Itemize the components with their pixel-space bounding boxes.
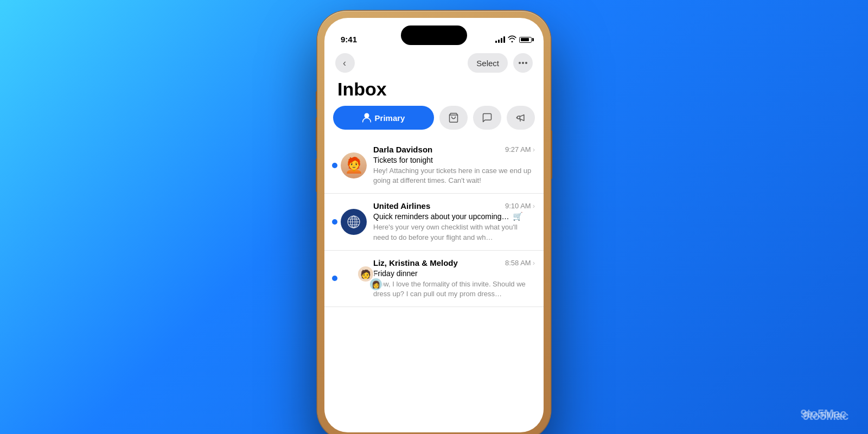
preview-2: Here's your very own checklist with what… (373, 222, 535, 242)
preview-1: Hey! Attaching your tickets here in case… (373, 166, 535, 186)
back-button[interactable]: ‹ (335, 53, 355, 73)
signal-icon (495, 36, 505, 43)
sender-2: United Airlines (373, 201, 430, 210)
svg-point-0 (364, 113, 369, 118)
select-label: Select (476, 59, 499, 68)
unread-dot-1 (332, 163, 337, 168)
more-icon (519, 62, 527, 64)
email-item-1[interactable]: 🧑‍🦰 Darla Davidson 9:27 AM › Tickets for… (324, 137, 544, 194)
tab-shopping[interactable] (439, 106, 468, 130)
unread-dot-2 (332, 219, 337, 225)
status-icons (495, 35, 532, 44)
sender-3: Liz, Kristina & Melody (373, 258, 458, 267)
phone-screen: 9:41 (324, 18, 544, 432)
chevron-3: › (533, 259, 535, 267)
tab-primary[interactable]: Primary (333, 106, 434, 130)
nav-bar: ‹ Select (324, 49, 544, 76)
email-list: 🧑‍🦰 Darla Davidson 9:27 AM › Tickets for… (324, 137, 544, 432)
tab-primary-label: Primary (375, 113, 405, 123)
preview-3: Wow, I love the formality of this invite… (373, 279, 535, 299)
chat-icon (482, 112, 493, 123)
email-item-3[interactable]: 🧑 👩 Liz, Kristina & Melody 8:58 AM › (324, 251, 544, 307)
back-chevron-icon: ‹ (343, 58, 346, 69)
watermark-text: 9to5Mac (802, 409, 848, 423)
time-1: 9:27 AM (505, 145, 531, 154)
category-tabs: Primary (333, 106, 535, 130)
avatar-darla: 🧑‍🦰 (341, 152, 367, 178)
dynamic-island (401, 25, 467, 45)
battery-icon (519, 37, 532, 43)
wifi-icon (508, 35, 516, 44)
cart-icon (448, 112, 459, 123)
email-content-3: Liz, Kristina & Melody 8:58 AM › Friday … (373, 258, 535, 299)
avatar-group: 🧑 👩 (341, 265, 367, 291)
time-3: 8:58 AM (505, 259, 531, 267)
chevron-1: › (533, 145, 535, 154)
more-button[interactable] (513, 53, 533, 73)
email-content-1: Darla Davidson 9:27 AM › Tickets for ton… (373, 145, 535, 186)
nav-right: Select (468, 53, 533, 73)
tab-chat[interactable] (473, 106, 501, 130)
person-icon (362, 113, 371, 123)
unread-dot-3 (332, 276, 337, 281)
subject-2: Quick reminders about your upcoming… (373, 212, 509, 221)
email-item-2[interactable]: United Airlines 9:10 AM › Quick reminder… (324, 194, 544, 250)
select-button[interactable]: Select (468, 53, 508, 73)
megaphone-icon (515, 112, 526, 123)
subject-1: Tickets for tonight (373, 156, 433, 164)
chevron-2: › (533, 202, 535, 210)
email-content-2: United Airlines 9:10 AM › Quick reminder… (373, 201, 535, 242)
category-badge-2: 🛒 (513, 212, 523, 221)
tab-updates[interactable] (507, 106, 535, 130)
time-2: 9:10 AM (505, 202, 531, 210)
avatar-united (341, 209, 367, 235)
sender-1: Darla Davidson (373, 145, 432, 154)
inbox-title: Inbox (337, 79, 387, 100)
